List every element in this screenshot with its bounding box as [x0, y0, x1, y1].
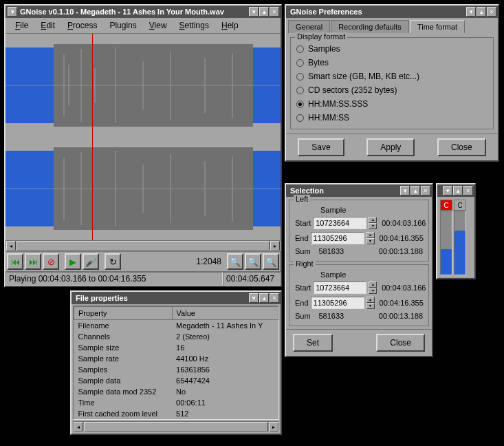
- table-row: Samples16361856: [74, 364, 278, 375]
- main-window: ▾ GNoise v0.1.10 - Megadeth - 11 Ashes I…: [4, 4, 282, 287]
- prefs-tabs: General Recording defaults Time format: [286, 18, 498, 33]
- menu-plugins[interactable]: Plugins: [104, 19, 142, 32]
- maximize-icon[interactable]: ▴: [259, 7, 269, 17]
- sysmenu-icon[interactable]: ▾: [8, 7, 17, 17]
- waveform-display[interactable]: [6, 34, 281, 240]
- menu-help[interactable]: Help: [216, 19, 244, 32]
- close-icon[interactable]: ×: [270, 293, 279, 303]
- scroll-thumb[interactable]: [84, 422, 268, 432]
- prop-name: Time: [74, 397, 173, 408]
- minimize-icon[interactable]: ▾: [443, 186, 452, 195]
- left-label: Left: [294, 195, 310, 203]
- loop-button[interactable]: ↻: [105, 253, 121, 270]
- close-icon[interactable]: ×: [421, 186, 430, 195]
- prop-name: Channels: [74, 331, 173, 342]
- meter-left: [440, 211, 452, 275]
- menu-edit[interactable]: Edit: [35, 19, 61, 32]
- file-properties-window: File properties ▾ ▴ × Property Value Fil…: [70, 290, 282, 435]
- clip-indicator-left[interactable]: C: [440, 200, 452, 211]
- menu-process[interactable]: Process: [62, 19, 102, 32]
- tab-recording-defaults[interactable]: Recording defaults: [331, 20, 409, 33]
- radio-cd-sectors[interactable]: CD sectors (2352 bytes): [295, 83, 489, 97]
- close-icon[interactable]: ×: [487, 7, 496, 17]
- prop-value: 65447424: [172, 375, 278, 386]
- prop-name: Sample data mod 2352: [74, 386, 173, 397]
- spin-up-icon[interactable]: ▴: [366, 297, 375, 303]
- right-sum: 581633: [316, 312, 364, 320]
- prop-name: Samples: [74, 364, 173, 375]
- spin-down-icon[interactable]: ▾: [369, 288, 377, 294]
- end-label: End: [295, 234, 309, 242]
- zoom-fit-icon[interactable]: 🔍: [263, 253, 279, 270]
- stop-button[interactable]: ⊘: [43, 253, 59, 270]
- zoom-out-icon[interactable]: 🔍: [245, 253, 261, 270]
- prop-name: Sample size: [74, 342, 173, 353]
- scroll-left-icon[interactable]: ◂: [6, 241, 16, 251]
- col-value[interactable]: Value: [172, 307, 278, 320]
- radio-hhmmss[interactable]: HH:MM:SS: [295, 111, 489, 125]
- scroll-right-icon[interactable]: ▸: [269, 422, 278, 432]
- radio-bytes[interactable]: Bytes: [295, 56, 489, 70]
- zoom-in-icon[interactable]: 🔍: [227, 253, 243, 270]
- props-titlebar[interactable]: File properties ▾ ▴ ×: [72, 292, 281, 304]
- skip-start-button[interactable]: ⏮: [7, 253, 23, 270]
- left-end-time: 00:04:16.355: [380, 234, 424, 242]
- right-channel-fieldset: Right Sample Start ▴▾ 00:04:03.166 End ▴…: [289, 264, 429, 326]
- close-button[interactable]: Close: [376, 334, 425, 352]
- spin-down-icon[interactable]: ▾: [369, 223, 377, 229]
- play-button[interactable]: ▶: [65, 253, 81, 270]
- main-titlebar[interactable]: ▾ GNoise v0.1.10 - Megadeth - 11 Ashes I…: [6, 6, 281, 18]
- meter-window: ▾ ▴ × C C: [436, 183, 476, 279]
- col-property[interactable]: Property: [74, 307, 173, 320]
- left-end-input[interactable]: [311, 232, 364, 244]
- left-start-input[interactable]: [313, 217, 366, 229]
- close-button[interactable]: Close: [437, 138, 486, 156]
- meter-right: [454, 211, 466, 275]
- right-end-input[interactable]: [311, 297, 364, 309]
- tab-general[interactable]: General: [288, 20, 330, 33]
- prop-value: 00:06:11: [172, 397, 278, 408]
- menu-file[interactable]: File: [10, 19, 34, 32]
- radio-hhmmss-sss[interactable]: HH:MM:SS.SSS: [295, 97, 489, 111]
- skip-end-button[interactable]: ⏭: [25, 253, 41, 270]
- spin-up-icon[interactable]: ▴: [369, 282, 377, 288]
- close-icon[interactable]: ×: [270, 7, 279, 17]
- radio-smart-size[interactable]: Smart size (GB, MB, KB etc...): [295, 70, 489, 83]
- maximize-icon[interactable]: ▴: [410, 186, 420, 195]
- apply-button[interactable]: Apply: [366, 138, 415, 156]
- props-h-scrollbar[interactable]: ◂ ▸: [73, 421, 279, 432]
- set-button[interactable]: Set: [293, 334, 333, 352]
- h-scrollbar[interactable]: ◂ ▸: [6, 240, 281, 251]
- table-row: Sample data mod 2352No: [74, 386, 278, 397]
- scroll-thumb[interactable]: [17, 241, 270, 251]
- scroll-left-icon[interactable]: ◂: [74, 422, 83, 432]
- close-icon[interactable]: ×: [463, 186, 473, 195]
- tab-time-format[interactable]: Time format: [410, 20, 465, 33]
- waveform-svg: [6, 34, 281, 240]
- prefs-titlebar[interactable]: GNoise Preferences ▾ ▴ ×: [286, 6, 498, 18]
- spin-up-icon[interactable]: ▴: [369, 217, 377, 223]
- minimize-icon[interactable]: ▾: [466, 7, 476, 17]
- meter-titlebar[interactable]: ▾ ▴ ×: [437, 184, 474, 197]
- menu-view[interactable]: View: [144, 19, 173, 32]
- spin-down-icon[interactable]: ▾: [366, 303, 375, 309]
- menu-settings[interactable]: Settings: [174, 19, 215, 32]
- maximize-icon[interactable]: ▴: [476, 7, 486, 17]
- spin-down-icon[interactable]: ▾: [366, 238, 375, 244]
- minimize-icon[interactable]: ▾: [400, 186, 410, 195]
- maximize-icon[interactable]: ▴: [453, 186, 463, 195]
- save-button[interactable]: Save: [298, 138, 344, 156]
- minimize-icon[interactable]: ▾: [249, 7, 259, 17]
- minimize-icon[interactable]: ▾: [249, 293, 259, 303]
- record-button[interactable]: 🎤: [83, 253, 99, 270]
- right-start-input[interactable]: [313, 282, 366, 294]
- radio-samples[interactable]: Samples: [295, 42, 489, 56]
- status-time: 00:04:05.647: [223, 272, 281, 286]
- prop-value: 16361856: [172, 364, 278, 375]
- maximize-icon[interactable]: ▴: [259, 293, 269, 303]
- scroll-right-icon[interactable]: ▸: [270, 241, 280, 251]
- prop-value: 2 (Stereo): [172, 331, 278, 342]
- selection-window: Selection ▾ ▴ × Left Sample Start ▴▾ 00:…: [285, 183, 433, 357]
- clip-indicator-right[interactable]: C: [454, 200, 466, 211]
- spin-up-icon[interactable]: ▴: [366, 232, 375, 238]
